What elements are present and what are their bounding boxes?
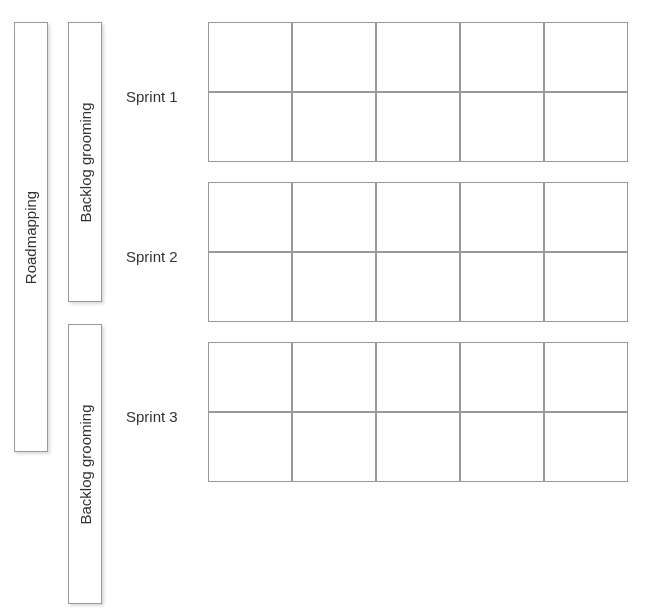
sprint-1-label: Sprint 1 (126, 88, 178, 105)
sprint-1-cell (376, 22, 460, 92)
sprint-3-cell (544, 412, 628, 482)
sprint-2-cell (460, 182, 544, 252)
sprint-2-cell (376, 252, 460, 322)
roadmapping-box: Roadmapping (14, 22, 48, 452)
sprint-1-cell (544, 22, 628, 92)
sprint-1-cell (376, 92, 460, 162)
sprint-1-cell (208, 92, 292, 162)
sprint-3-cell (292, 342, 376, 412)
backlog-grooming-box-1: Backlog grooming (68, 22, 102, 302)
sprint-1-grid (208, 22, 628, 162)
sprint-2-cell (460, 252, 544, 322)
sprint-2-cell (292, 252, 376, 322)
backlog-grooming-label-2: Backlog grooming (77, 404, 94, 524)
backlog-grooming-label-1: Backlog grooming (77, 102, 94, 222)
sprint-3-cell (292, 412, 376, 482)
sprint-2-cell (544, 252, 628, 322)
backlog-grooming-box-2: Backlog grooming (68, 324, 102, 604)
sprint-2-cell (292, 182, 376, 252)
sprint-3-cell (460, 412, 544, 482)
sprint-3-cell (544, 342, 628, 412)
sprint-1-cell (544, 92, 628, 162)
sprint-2-cell (376, 182, 460, 252)
sprint-3-cell (208, 342, 292, 412)
sprint-2-grid (208, 182, 628, 322)
sprint-1-cell (292, 22, 376, 92)
sprint-3-label: Sprint 3 (126, 408, 178, 425)
sprint-3-cell (376, 342, 460, 412)
sprint-2-cell (208, 182, 292, 252)
sprint-3-cell (208, 412, 292, 482)
sprint-3-cell (460, 342, 544, 412)
roadmapping-label: Roadmapping (23, 190, 40, 283)
sprint-3-cell (376, 412, 460, 482)
sprint-1-cell (460, 92, 544, 162)
sprint-3-grid (208, 342, 628, 482)
sprint-1-cell (292, 92, 376, 162)
sprint-1-cell (460, 22, 544, 92)
sprint-1-cell (208, 22, 292, 92)
sprint-2-cell (544, 182, 628, 252)
sprint-2-label: Sprint 2 (126, 248, 178, 265)
sprint-2-cell (208, 252, 292, 322)
